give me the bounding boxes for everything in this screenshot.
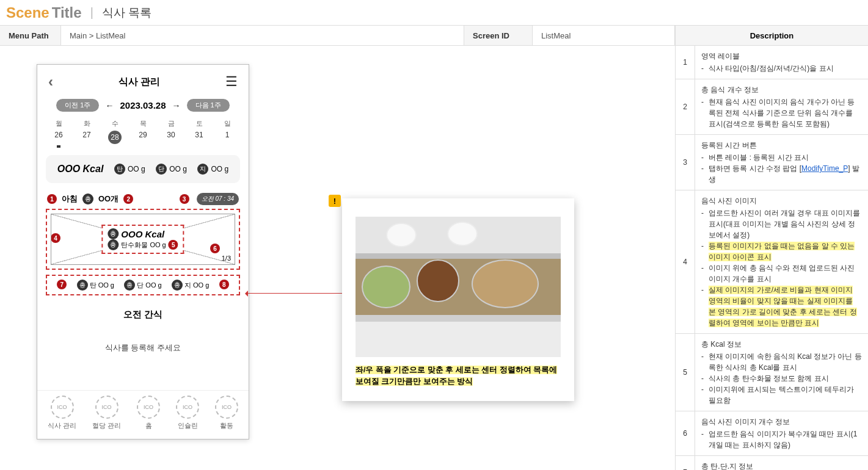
total-icon: 총 xyxy=(77,280,88,291)
desc-item: 실제 이미지의 가로/세로 비율과 현재 이미지 영역의 비율이 맞지 않을 때… xyxy=(701,284,862,328)
badge-3: 3 xyxy=(180,194,189,204)
prev-arrow-icon[interactable]: ← xyxy=(105,101,114,110)
date-cell[interactable]: 30 xyxy=(162,131,180,144)
desc-number: 2 xyxy=(676,79,695,134)
desc-item: 이미지 위에 총 음식 수와 전체 업로드된 사진 이미지 개수를 표시 xyxy=(701,262,862,284)
dow: 토 xyxy=(196,119,203,128)
date-cell[interactable]: 26 xyxy=(50,131,67,144)
annotation-arrow xyxy=(246,293,342,294)
date-cell[interactable]: 27 xyxy=(78,131,95,144)
badge-7: 7 xyxy=(57,280,67,289)
desc-item: 현재 이미지에 속한 음식의 Kcal 정보가 아닌 등록한 식사의 총 Kca… xyxy=(701,351,862,373)
desc-number: 7 xyxy=(676,456,695,470)
scene-label: Scene xyxy=(6,4,49,21)
desc-row: 3등록된 시간 버튼버튼 레이블 : 등록된 시간 표시탭하면 등록 시간 수정… xyxy=(676,135,868,190)
dow: 금 xyxy=(168,119,175,128)
empty-message: 식사를 등록해 주세요 xyxy=(37,327,249,390)
time-chip[interactable]: 오전 07 : 34 xyxy=(197,193,239,205)
photo-note: 좌/우 폭을 기준으로 맞춘 후 세로는 센터 정렬하여 목록에 보여질 크기만… xyxy=(356,364,561,388)
photo-example-card: ! 좌/우 폭을 기준으로 맞춘 후 세로는 센터 정렬하여 목록에 보여질 크… xyxy=(342,198,574,401)
desc-body: 등록된 시간 버튼버튼 레이블 : 등록된 시간 표시탭하면 등록 시간 수정 … xyxy=(695,135,868,190)
tab-icon: ICO xyxy=(215,396,238,419)
desc-item: 업로드한 사진이 여러 개일 경우 대표 이미지를 표시(대표 이미지는 개별 … xyxy=(701,208,862,240)
phone-title: 식사 관리 xyxy=(119,76,160,89)
dow: 화 xyxy=(84,119,90,128)
tab-bar: ICO식사 관리 ICO혈당 관리 ICO홈 ICO인슐린 ICO활동 xyxy=(37,390,249,439)
desc-link[interactable]: ModifyTime_P xyxy=(801,164,848,173)
day-of-week-row: 월 화 수 목 금 토 일 xyxy=(37,114,249,128)
photo-area xyxy=(356,217,561,357)
total-icon: 총 xyxy=(108,239,119,250)
desc-body: 총 Kcal 정보현재 이미지에 속한 음식의 Kcal 정보가 아닌 등록한 … xyxy=(695,334,868,411)
prev-week-button[interactable]: 이전 1주 xyxy=(56,99,99,112)
desc-body: 음식 사진 이미지업로드한 사진이 여러 개일 경우 대표 이미지를 표시(대표… xyxy=(695,190,868,333)
total-icon: 총 xyxy=(172,280,183,291)
total-icon: 총 xyxy=(82,193,93,204)
desc-title: 총 Kcal 정보 xyxy=(701,339,862,350)
desc-item: 현재 음식 사진 이미지의 음식 개수가 아닌 등록된 전체 식사를 기준으로 … xyxy=(701,96,862,129)
desc-title: 등록된 시간 버튼 xyxy=(701,140,862,151)
desc-title: 음식 사진 이미지 개수 정보 xyxy=(701,416,862,427)
desc-item: 식사의 총 탄수화물 정보도 함께 표시 xyxy=(701,373,862,384)
canvas: ‹ 식사 관리 ☰ 이전 1주 ← 2023.03.28 → 다음 1주 월 화… xyxy=(0,46,675,470)
tab-icon: ICO xyxy=(95,396,119,419)
tab-icon: ICO xyxy=(176,396,199,419)
screen-id-label: Screen ID xyxy=(464,26,533,45)
fat-icon: 지 xyxy=(197,164,208,175)
badge-5: 5 xyxy=(169,240,178,250)
total-icon: 총 xyxy=(124,280,135,291)
tab-glucose[interactable]: ICO혈당 관리 xyxy=(92,396,121,430)
desc-item: 업로드한 음식 이미지가 복수개일 때만 표시(1개일 때는 표시하지 않음) xyxy=(701,428,862,450)
carb-val: OO g xyxy=(128,165,145,173)
meta-row: Menu Path Main > ListMeal Screen ID List… xyxy=(0,26,868,46)
meal-title: 아침 xyxy=(62,193,78,204)
date-cell[interactable]: 29 xyxy=(134,131,151,144)
menu-path-label: Menu Path xyxy=(0,26,61,45)
desc-number: 4 xyxy=(676,190,695,333)
tab-meal[interactable]: ICO식사 관리 xyxy=(48,396,76,430)
snack-section-title: 오전 간식 xyxy=(37,300,249,327)
meal-image-container: 4 총OOO Kcal 총탄수화물 OO g5 6 1/3 xyxy=(46,209,240,270)
desc-row: 2총 음식 개수 정보현재 음식 사진 이미지의 음식 개수가 아닌 등록된 전… xyxy=(676,79,868,135)
description-panel: 1영역 레이블식사 타입(아침/점심/저녁/간식)을 표시2총 음식 개수 정보… xyxy=(675,46,868,470)
desc-body: 총 음식 개수 정보현재 음식 사진 이미지의 음식 개수가 아닌 등록된 전체… xyxy=(695,79,868,134)
tab-home[interactable]: ICO홈 xyxy=(137,396,160,430)
desc-row: 5총 Kcal 정보현재 이미지에 속한 음식의 Kcal 정보가 아닌 등록한… xyxy=(676,334,868,411)
next-arrow-icon[interactable]: → xyxy=(172,101,181,110)
divider: | xyxy=(90,5,93,20)
desc-number: 5 xyxy=(676,334,695,411)
date-cell[interactable]: 31 xyxy=(191,131,208,144)
desc-title: 음식 사진 이미지 xyxy=(701,195,862,206)
total-kcal: OOO Kcal xyxy=(57,164,104,175)
tab-activity[interactable]: ICO활동 xyxy=(215,396,238,430)
current-date: 2023.03.28 xyxy=(120,100,166,110)
desc-item: 이미지위에 표시되는 텍스트이기에 테두리가 필요함 xyxy=(701,384,862,406)
dow: 월 xyxy=(56,119,62,128)
tab-icon: ICO xyxy=(51,396,74,419)
tab-insulin[interactable]: ICO인슐린 xyxy=(176,396,199,430)
next-week-button[interactable]: 다음 1주 xyxy=(187,99,230,112)
desc-item: 식사 타입(아침/점심/저녁/간식)을 표시 xyxy=(701,63,862,74)
meal-image-placeholder[interactable]: 총OOO Kcal 총탄수화물 OO g5 6 1/3 xyxy=(51,214,235,265)
desc-row: 6음식 사진 이미지 개수 정보업로드한 음식 이미지가 복수개일 때만 표시(… xyxy=(676,411,868,456)
desc-title: 총 탄.단.지 정보 xyxy=(701,461,862,470)
desc-body: 음식 사진 이미지 개수 정보업로드한 음식 이미지가 복수개일 때만 표시(1… xyxy=(695,411,868,455)
badge-1: 1 xyxy=(47,194,57,204)
desc-number: 1 xyxy=(676,46,695,79)
warning-badge: ! xyxy=(329,195,341,207)
date-cell-selected[interactable]: 28 xyxy=(106,131,123,144)
desc-body: 영역 레이블식사 타입(아침/점심/저녁/간식)을 표시 xyxy=(695,46,868,79)
date-cell[interactable]: 1 xyxy=(219,131,236,144)
phone-mock: ‹ 식사 관리 ☰ 이전 1주 ← 2023.03.28 → 다음 1주 월 화… xyxy=(37,64,249,439)
protein-icon: 단 xyxy=(156,164,167,175)
hamburger-icon[interactable]: ☰ xyxy=(225,74,238,90)
kcal-overlay: 총OOO Kcal 총탄수화물 OO g5 xyxy=(101,225,184,254)
desc-number: 6 xyxy=(676,411,695,455)
image-count: 1/3 xyxy=(222,255,231,262)
scene-header: Scene Title | 식사 목록 xyxy=(0,0,868,26)
badge-2: 2 xyxy=(123,194,133,204)
dow: 목 xyxy=(140,119,147,128)
meal-count: OO개 xyxy=(98,193,119,204)
back-icon[interactable]: ‹ xyxy=(48,73,53,90)
badge-8: 8 xyxy=(219,280,229,289)
